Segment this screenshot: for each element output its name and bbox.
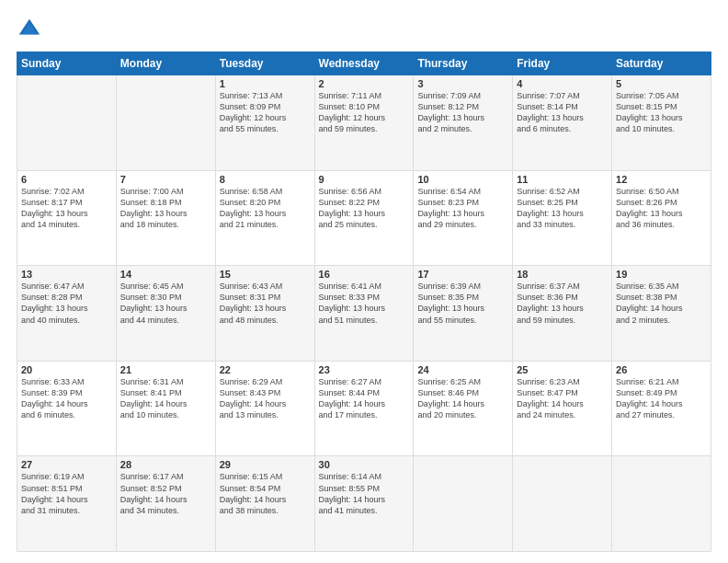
day-cell: 19Sunrise: 6:35 AM Sunset: 8:38 PM Dayli… <box>612 266 711 362</box>
day-cell: 9Sunrise: 6:56 AM Sunset: 8:22 PM Daylig… <box>314 170 414 266</box>
calendar-table: SundayMondayTuesdayWednesdayThursdayFrid… <box>17 52 711 552</box>
day-content: Sunrise: 6:52 AM Sunset: 8:25 PM Dayligh… <box>517 186 608 231</box>
day-cell <box>612 456 711 552</box>
week-row-1: 1Sunrise: 7:13 AM Sunset: 8:09 PM Daylig… <box>17 75 711 171</box>
day-number: 16 <box>319 269 410 280</box>
day-cell: 5Sunrise: 7:05 AM Sunset: 8:15 PM Daylig… <box>612 75 711 171</box>
day-cell: 10Sunrise: 6:54 AM Sunset: 8:23 PM Dayli… <box>414 170 513 266</box>
day-content: Sunrise: 6:29 AM Sunset: 8:43 PM Dayligh… <box>220 376 311 421</box>
day-number: 9 <box>319 174 410 185</box>
day-content: Sunrise: 6:25 AM Sunset: 8:46 PM Dayligh… <box>417 376 508 421</box>
day-cell: 2Sunrise: 7:11 AM Sunset: 8:10 PM Daylig… <box>314 75 414 171</box>
day-number: 15 <box>220 269 311 280</box>
day-number: 19 <box>616 269 707 280</box>
day-number: 1 <box>220 78 311 89</box>
day-content: Sunrise: 6:23 AM Sunset: 8:47 PM Dayligh… <box>517 376 608 421</box>
day-content: Sunrise: 6:58 AM Sunset: 8:20 PM Dayligh… <box>220 186 311 231</box>
day-cell: 22Sunrise: 6:29 AM Sunset: 8:43 PM Dayli… <box>215 361 314 456</box>
day-cell: 1Sunrise: 7:13 AM Sunset: 8:09 PM Daylig… <box>215 75 314 171</box>
week-row-5: 27Sunrise: 6:19 AM Sunset: 8:51 PM Dayli… <box>17 456 711 552</box>
day-number: 20 <box>21 364 112 375</box>
day-content: Sunrise: 6:21 AM Sunset: 8:49 PM Dayligh… <box>616 376 707 421</box>
day-number: 25 <box>517 364 608 375</box>
week-row-4: 20Sunrise: 6:33 AM Sunset: 8:39 PM Dayli… <box>17 361 711 456</box>
day-content: Sunrise: 6:35 AM Sunset: 8:38 PM Dayligh… <box>616 281 707 326</box>
day-cell: 14Sunrise: 6:45 AM Sunset: 8:30 PM Dayli… <box>116 266 215 362</box>
day-cell: 21Sunrise: 6:31 AM Sunset: 8:41 PM Dayli… <box>116 361 215 456</box>
day-number: 5 <box>616 78 707 89</box>
day-content: Sunrise: 6:19 AM Sunset: 8:51 PM Dayligh… <box>21 471 112 516</box>
day-cell: 15Sunrise: 6:43 AM Sunset: 8:31 PM Dayli… <box>215 266 314 362</box>
day-number: 6 <box>21 174 112 185</box>
day-content: Sunrise: 6:15 AM Sunset: 8:54 PM Dayligh… <box>220 471 311 516</box>
day-cell: 17Sunrise: 6:39 AM Sunset: 8:35 PM Dayli… <box>414 266 513 362</box>
day-cell: 4Sunrise: 7:07 AM Sunset: 8:14 PM Daylig… <box>513 75 612 171</box>
day-content: Sunrise: 7:00 AM Sunset: 8:18 PM Dayligh… <box>120 186 211 231</box>
day-cell: 25Sunrise: 6:23 AM Sunset: 8:47 PM Dayli… <box>513 361 612 456</box>
day-number: 30 <box>319 459 410 470</box>
day-cell: 8Sunrise: 6:58 AM Sunset: 8:20 PM Daylig… <box>215 170 314 266</box>
day-number: 7 <box>120 174 211 185</box>
weekday-header-sunday: Sunday <box>17 52 117 75</box>
day-cell: 23Sunrise: 6:27 AM Sunset: 8:44 PM Dayli… <box>314 361 414 456</box>
day-number: 8 <box>220 174 311 185</box>
day-number: 4 <box>517 78 608 89</box>
day-number: 13 <box>21 269 112 280</box>
day-content: Sunrise: 6:31 AM Sunset: 8:41 PM Dayligh… <box>120 376 211 421</box>
day-cell: 6Sunrise: 7:02 AM Sunset: 8:17 PM Daylig… <box>17 170 117 266</box>
day-cell: 27Sunrise: 6:19 AM Sunset: 8:51 PM Dayli… <box>17 456 117 552</box>
day-cell: 13Sunrise: 6:47 AM Sunset: 8:28 PM Dayli… <box>17 266 117 362</box>
day-number: 22 <box>220 364 311 375</box>
day-content: Sunrise: 7:02 AM Sunset: 8:17 PM Dayligh… <box>21 186 112 231</box>
day-number: 29 <box>220 459 311 470</box>
day-cell <box>513 456 612 552</box>
day-number: 10 <box>417 174 508 185</box>
day-content: Sunrise: 6:50 AM Sunset: 8:26 PM Dayligh… <box>616 186 707 231</box>
day-cell <box>116 75 215 171</box>
day-cell: 7Sunrise: 7:00 AM Sunset: 8:18 PM Daylig… <box>116 170 215 266</box>
day-number: 28 <box>120 459 211 470</box>
day-number: 11 <box>517 174 608 185</box>
day-cell: 30Sunrise: 6:14 AM Sunset: 8:55 PM Dayli… <box>314 456 414 552</box>
weekday-header-thursday: Thursday <box>414 52 513 75</box>
day-cell: 18Sunrise: 6:37 AM Sunset: 8:36 PM Dayli… <box>513 266 612 362</box>
day-number: 24 <box>417 364 508 375</box>
day-number: 12 <box>616 174 707 185</box>
day-content: Sunrise: 7:05 AM Sunset: 8:15 PM Dayligh… <box>616 90 707 135</box>
weekday-header-saturday: Saturday <box>612 52 711 75</box>
day-number: 27 <box>21 459 112 470</box>
day-number: 2 <box>319 78 410 89</box>
day-content: Sunrise: 6:37 AM Sunset: 8:36 PM Dayligh… <box>517 281 608 326</box>
day-content: Sunrise: 7:07 AM Sunset: 8:14 PM Dayligh… <box>517 90 608 135</box>
day-number: 17 <box>417 269 508 280</box>
day-content: Sunrise: 7:09 AM Sunset: 8:12 PM Dayligh… <box>417 90 508 135</box>
day-cell: 29Sunrise: 6:15 AM Sunset: 8:54 PM Dayli… <box>215 456 314 552</box>
day-content: Sunrise: 6:56 AM Sunset: 8:22 PM Dayligh… <box>319 186 410 231</box>
day-content: Sunrise: 6:27 AM Sunset: 8:44 PM Dayligh… <box>319 376 410 421</box>
day-cell: 28Sunrise: 6:17 AM Sunset: 8:52 PM Dayli… <box>116 456 215 552</box>
day-content: Sunrise: 6:45 AM Sunset: 8:30 PM Dayligh… <box>120 281 211 326</box>
day-content: Sunrise: 6:54 AM Sunset: 8:23 PM Dayligh… <box>417 186 508 231</box>
day-cell: 24Sunrise: 6:25 AM Sunset: 8:46 PM Dayli… <box>414 361 513 456</box>
page: SundayMondayTuesdayWednesdayThursdayFrid… <box>0 0 728 563</box>
logo <box>17 17 46 42</box>
day-content: Sunrise: 7:11 AM Sunset: 8:10 PM Dayligh… <box>319 90 410 135</box>
day-cell <box>414 456 513 552</box>
day-cell: 20Sunrise: 6:33 AM Sunset: 8:39 PM Dayli… <box>17 361 117 456</box>
day-cell <box>17 75 117 171</box>
weekday-header-row: SundayMondayTuesdayWednesdayThursdayFrid… <box>17 52 711 75</box>
day-content: Sunrise: 6:47 AM Sunset: 8:28 PM Dayligh… <box>21 281 112 326</box>
day-cell: 11Sunrise: 6:52 AM Sunset: 8:25 PM Dayli… <box>513 170 612 266</box>
day-number: 23 <box>319 364 410 375</box>
day-number: 18 <box>517 269 608 280</box>
weekday-header-wednesday: Wednesday <box>314 52 414 75</box>
day-content: Sunrise: 6:14 AM Sunset: 8:55 PM Dayligh… <box>319 471 410 516</box>
day-number: 26 <box>616 364 707 375</box>
day-content: Sunrise: 6:41 AM Sunset: 8:33 PM Dayligh… <box>319 281 410 326</box>
day-content: Sunrise: 6:43 AM Sunset: 8:31 PM Dayligh… <box>220 281 311 326</box>
weekday-header-friday: Friday <box>513 52 612 75</box>
weekday-header-tuesday: Tuesday <box>215 52 314 75</box>
day-number: 14 <box>120 269 211 280</box>
day-content: Sunrise: 7:13 AM Sunset: 8:09 PM Dayligh… <box>220 90 311 135</box>
day-cell: 3Sunrise: 7:09 AM Sunset: 8:12 PM Daylig… <box>414 75 513 171</box>
